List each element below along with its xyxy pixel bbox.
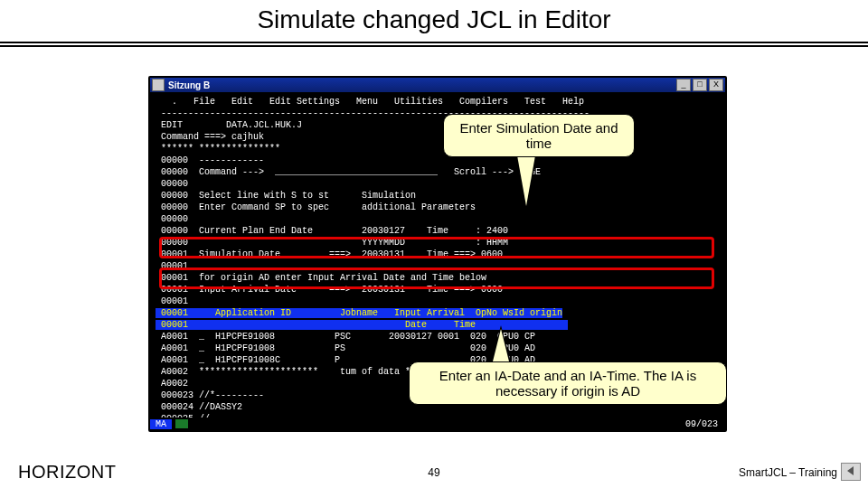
term-line: 00000 Current Plan End Date 20030127 Tim…	[156, 226, 508, 236]
input-arrival-line[interactable]: 00001 Input Arrival Date ===> 20030131 T…	[156, 285, 503, 295]
simulation-date-line[interactable]: 00001 Simulation Date ===> 20030131 Time…	[156, 249, 503, 259]
term-line: 00000 Select line with S to st Simulatio…	[156, 191, 416, 201]
window-titlebar: Sitzung B _ □ X	[150, 78, 725, 92]
prev-slide-button[interactable]	[841, 463, 861, 481]
footer-right: SmartJCL – Training	[739, 466, 837, 479]
callout-tail	[492, 329, 510, 365]
page-number: 49	[0, 466, 868, 479]
close-button[interactable]: X	[709, 79, 723, 91]
minimize-button[interactable]: _	[676, 79, 691, 91]
status-bar: MA 09/023	[150, 418, 725, 430]
status-rowcol: 09/023	[685, 419, 725, 429]
term-line: 00000	[156, 214, 568, 224]
term-line: 00001 for origin AD enter Input Arrival …	[156, 273, 486, 283]
slide-footer: HORIZONT 49 SmartJCL – Training	[0, 459, 868, 483]
callout-bottom: Enter an IA-Date and an IA-Time. The IA …	[409, 361, 727, 405]
term-line: 00000 Enter Command SP to spec additiona…	[156, 202, 476, 212]
status-indicator	[175, 419, 188, 428]
term-line[interactable]: 00000 Command ---> _____________________…	[156, 167, 541, 177]
callout-top: Enter Simulation Date and time	[443, 114, 635, 157]
svg-marker-0	[847, 466, 854, 475]
table-row[interactable]: A0001 _ H1PCPF91008 PS 020 CPU0 AD	[156, 343, 535, 353]
term-line: 00000	[156, 179, 568, 189]
app-icon	[152, 79, 165, 91]
term-line: 00000 YYYYMMDD : HHMM	[156, 238, 508, 248]
term-line: 00001	[156, 261, 568, 271]
divider	[0, 42, 868, 43]
term-line: 00001	[156, 296, 568, 306]
window-title: Sitzung B	[168, 80, 210, 90]
callout-tail	[517, 155, 535, 206]
maximize-button[interactable]: □	[693, 79, 707, 91]
table-row[interactable]: A0001 _ H1PCPE91008 PSC 20030127 0001 02…	[156, 332, 535, 342]
chevron-left-icon	[844, 465, 857, 476]
status-mode: MA	[150, 419, 172, 429]
slide-title: Simulate changed JCL in Editor	[0, 5, 868, 34]
divider	[0, 45, 868, 47]
menubar[interactable]: . File Edit Edit Settings Menu Utilities…	[156, 97, 584, 107]
table-header: 00001 Application ID Jobname Input Arriv…	[156, 308, 562, 318]
